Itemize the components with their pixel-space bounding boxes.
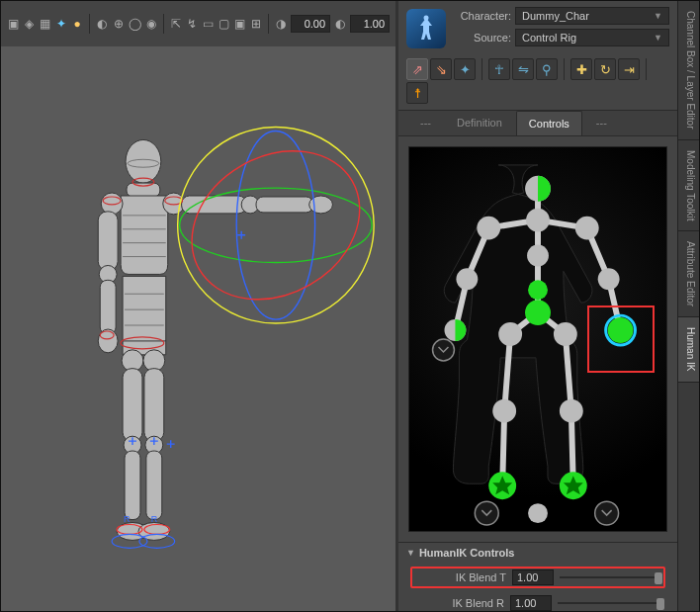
gamma-value[interactable]: 1.00 bbox=[350, 15, 390, 33]
skeleton-mode-icon[interactable]: ✦ bbox=[454, 58, 476, 80]
hik-tabs: --- Definition Controls --- bbox=[398, 111, 677, 136]
key-selected-icon[interactable]: ↻ bbox=[594, 58, 616, 80]
svg-rect-15 bbox=[125, 451, 140, 519]
chevron-down-icon: ▼ bbox=[654, 11, 662, 21]
svg-point-53 bbox=[477, 217, 500, 240]
svg-point-52 bbox=[526, 209, 550, 232]
svg-rect-10 bbox=[256, 197, 313, 213]
ik-blend-t-label: IK Blend T bbox=[413, 571, 506, 583]
safe-area-icon[interactable]: ⊞ bbox=[250, 17, 262, 31]
svg-point-64 bbox=[525, 300, 551, 325]
viewport-3d[interactable]: ▣ ◈ ▦ ✦ ● ◐ ⊕ ◯ ◉ ⇱ ↯ ▭ ▢ ▣ ⊞ ◑ 0.00 ◐ 1… bbox=[1, 1, 398, 611]
light-icon[interactable]: ✦ bbox=[55, 17, 67, 31]
svg-point-38 bbox=[424, 16, 429, 21]
camera-select-icon[interactable]: ▣ bbox=[7, 17, 19, 31]
ik-blend-r-label: IK Blend R bbox=[411, 597, 504, 609]
svg-point-36 bbox=[236, 131, 314, 320]
svg-point-67 bbox=[608, 317, 634, 343]
svg-point-54 bbox=[575, 217, 599, 240]
svg-rect-5 bbox=[100, 280, 116, 334]
sidetab-attribute-editor[interactable]: Attribute Editor bbox=[678, 231, 699, 317]
tab-extra-1[interactable]: --- bbox=[408, 111, 443, 135]
svg-point-0 bbox=[126, 139, 161, 183]
snap-icon[interactable]: ▭ bbox=[202, 17, 214, 31]
humanik-controls-header[interactable]: ▼ HumanIK Controls bbox=[398, 542, 677, 563]
side-tab-bar: Channel Box / Layer Editor Modeling Tool… bbox=[677, 1, 699, 611]
viewport-svg: R R bbox=[1, 46, 395, 611]
hik-tool-strip: ⇗ ⇘ ✦ ☥ ⇋ ⚲ ✚ ↻ ⇥ ☨ bbox=[398, 54, 677, 111]
bookmark-icon[interactable]: ◈ bbox=[23, 17, 35, 31]
viewport-canvas[interactable]: R R bbox=[1, 46, 395, 611]
source-label: Source: bbox=[452, 32, 515, 44]
tab-controls[interactable]: Controls bbox=[516, 111, 582, 135]
film-gate-icon[interactable]: ▣ bbox=[234, 17, 246, 31]
svg-point-34 bbox=[178, 128, 375, 324]
humanik-logo-icon bbox=[406, 9, 446, 48]
sidetab-modeling-toolkit[interactable]: Modeling Toolkit bbox=[678, 140, 699, 232]
control-rig-viewer[interactable] bbox=[408, 146, 667, 532]
ik-blend-r-row: IK Blend R 1.00 bbox=[410, 594, 665, 612]
svg-rect-13 bbox=[123, 369, 142, 441]
tab-definition[interactable]: Definition bbox=[445, 111, 514, 135]
svg-point-60 bbox=[492, 399, 516, 423]
grid-icon[interactable]: ▦ bbox=[40, 17, 51, 31]
resolution-gate-icon[interactable]: ▢ bbox=[219, 17, 230, 31]
shading-flat-icon[interactable]: ◯ bbox=[129, 17, 141, 31]
svg-point-58 bbox=[498, 322, 522, 346]
svg-point-2 bbox=[101, 193, 123, 215]
svg-point-11 bbox=[309, 196, 333, 214]
xray-icon[interactable]: ↯ bbox=[186, 17, 198, 31]
character-label: Character: bbox=[452, 10, 515, 22]
isolate-icon[interactable]: ⇱ bbox=[170, 17, 182, 31]
chevron-down-icon: ▼ bbox=[654, 33, 662, 43]
humanik-controls-body: IK Blend T 1.00 IK Blend R 1.00 IK Pull … bbox=[398, 563, 677, 612]
exposure-icon[interactable]: ◑ bbox=[275, 17, 287, 31]
ik-blend-t-value[interactable]: 1.00 bbox=[512, 569, 554, 585]
svg-text:R: R bbox=[124, 514, 131, 524]
mirror-icon[interactable]: ⇋ bbox=[512, 58, 534, 80]
svg-point-71 bbox=[433, 339, 455, 361]
svg-point-57 bbox=[527, 244, 549, 266]
ik-blend-r-slider[interactable] bbox=[558, 596, 664, 610]
humanik-panel: Character: Dummy_Char ▼ Source: Control … bbox=[398, 1, 677, 611]
stance-pose-icon[interactable]: ☥ bbox=[488, 58, 510, 80]
svg-point-59 bbox=[554, 322, 577, 346]
shading-wire-icon[interactable]: ⊕ bbox=[112, 17, 124, 31]
svg-point-72 bbox=[475, 501, 498, 525]
ik-blend-t-slider[interactable] bbox=[560, 570, 662, 584]
ik-blend-t-row: IK Blend T 1.00 bbox=[410, 567, 665, 588]
shading-smooth-icon[interactable]: ◐ bbox=[96, 17, 108, 31]
svg-rect-17 bbox=[144, 369, 164, 441]
svg-rect-19 bbox=[146, 451, 162, 519]
tab-extra-2[interactable]: --- bbox=[584, 111, 619, 135]
svg-point-62 bbox=[528, 503, 548, 523]
svg-point-56 bbox=[598, 268, 620, 290]
svg-point-73 bbox=[595, 501, 619, 525]
exposure-value[interactable]: 0.00 bbox=[291, 15, 330, 33]
effector-icon[interactable]: ☨ bbox=[406, 82, 428, 104]
sidetab-humanik[interactable]: Human IK bbox=[678, 317, 699, 382]
bulb-icon[interactable]: ● bbox=[71, 17, 83, 31]
viewport-toolbar: ▣ ◈ ▦ ✦ ● ◐ ⊕ ◯ ◉ ⇱ ↯ ▭ ▢ ▣ ⊞ ◑ 0.00 ◐ 1… bbox=[1, 1, 395, 46]
rig-svg bbox=[409, 147, 666, 531]
key-body-icon[interactable]: ⇥ bbox=[618, 58, 640, 80]
svg-point-61 bbox=[560, 399, 583, 423]
character-dropdown[interactable]: Dummy_Char ▼ bbox=[515, 7, 669, 25]
svg-rect-3 bbox=[98, 212, 118, 271]
key-all-icon[interactable]: ✚ bbox=[570, 58, 592, 80]
svg-rect-1 bbox=[127, 183, 160, 197]
gamma-icon[interactable]: ◐ bbox=[334, 17, 346, 31]
svg-point-37 bbox=[165, 122, 387, 329]
pin-icon[interactable]: ⚲ bbox=[536, 58, 558, 80]
svg-point-55 bbox=[456, 268, 478, 290]
fullbody-ik-icon[interactable]: ⇗ bbox=[406, 58, 428, 80]
disclosure-triangle-icon: ▼ bbox=[406, 548, 415, 558]
shading-textured-icon[interactable]: ◉ bbox=[145, 17, 157, 31]
ik-blend-r-value[interactable]: 1.00 bbox=[510, 595, 552, 611]
sidetab-channel-box[interactable]: Channel Box / Layer Editor bbox=[678, 1, 699, 140]
svg-point-65 bbox=[528, 280, 548, 300]
source-dropdown[interactable]: Control Rig ▼ bbox=[515, 29, 669, 46]
svg-text:R: R bbox=[151, 514, 158, 524]
body-part-ik-icon[interactable]: ⇘ bbox=[430, 58, 452, 80]
